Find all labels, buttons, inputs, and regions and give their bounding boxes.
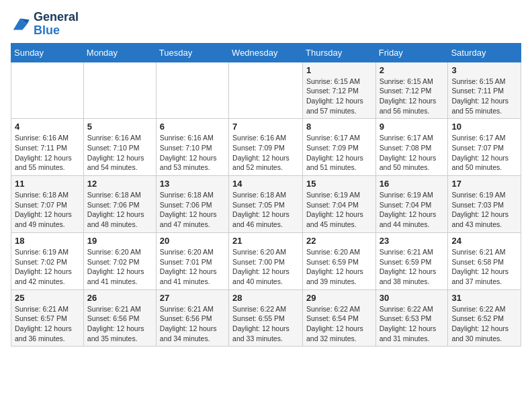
day-number: 6: [160, 122, 225, 132]
calendar-cell: 4Sunrise: 6:16 AM Sunset: 7:11 PM Daylig…: [11, 119, 84, 176]
day-info: Sunrise: 6:22 AM Sunset: 6:54 PM Dayligh…: [306, 304, 372, 344]
column-header-sunday: Sunday: [11, 43, 84, 62]
day-info: Sunrise: 6:18 AM Sunset: 7:07 PM Dayligh…: [15, 190, 80, 230]
column-header-friday: Friday: [375, 43, 448, 62]
day-number: 18: [15, 236, 80, 246]
day-info: Sunrise: 6:16 AM Sunset: 7:11 PM Dayligh…: [15, 133, 80, 173]
day-number: 20: [160, 236, 225, 246]
day-number: 7: [232, 122, 299, 132]
day-number: 13: [160, 179, 225, 189]
day-info: Sunrise: 6:21 AM Sunset: 6:59 PM Dayligh…: [380, 247, 445, 287]
calendar-table: SundayMondayTuesdayWednesdayThursdayFrid…: [11, 43, 521, 347]
day-info: Sunrise: 6:16 AM Sunset: 7:09 PM Dayligh…: [232, 133, 299, 173]
calendar-cell: 29Sunrise: 6:22 AM Sunset: 6:54 PM Dayli…: [303, 289, 376, 347]
calendar-cell: 3Sunrise: 6:15 AM Sunset: 7:11 PM Daylig…: [448, 62, 521, 119]
calendar-cell: 1Sunrise: 6:15 AM Sunset: 7:12 PM Daylig…: [303, 62, 376, 119]
day-info: Sunrise: 6:17 AM Sunset: 7:07 PM Dayligh…: [451, 133, 517, 173]
calendar-cell: 24Sunrise: 6:21 AM Sunset: 6:58 PM Dayli…: [448, 232, 521, 289]
calendar-cell: 19Sunrise: 6:20 AM Sunset: 7:02 PM Dayli…: [83, 232, 156, 289]
day-number: 19: [87, 236, 152, 246]
day-number: 2: [380, 65, 445, 75]
day-info: Sunrise: 6:22 AM Sunset: 6:52 PM Dayligh…: [451, 304, 517, 344]
calendar-cell: 16Sunrise: 6:19 AM Sunset: 7:04 PM Dayli…: [375, 176, 448, 233]
day-info: Sunrise: 6:21 AM Sunset: 6:56 PM Dayligh…: [87, 304, 152, 344]
calendar-cell: 25Sunrise: 6:21 AM Sunset: 6:57 PM Dayli…: [11, 289, 84, 347]
column-header-wednesday: Wednesday: [229, 43, 303, 62]
day-number: 25: [15, 293, 80, 303]
calendar-cell: 14Sunrise: 6:18 AM Sunset: 7:05 PM Dayli…: [229, 176, 303, 233]
day-info: Sunrise: 6:20 AM Sunset: 7:00 PM Dayligh…: [232, 247, 299, 287]
day-number: 4: [15, 122, 80, 132]
calendar-cell: 10Sunrise: 6:17 AM Sunset: 7:07 PM Dayli…: [448, 119, 521, 176]
day-number: 10: [451, 122, 517, 132]
day-info: Sunrise: 6:16 AM Sunset: 7:10 PM Dayligh…: [87, 133, 152, 173]
day-info: Sunrise: 6:18 AM Sunset: 7:05 PM Dayligh…: [232, 190, 299, 230]
calendar-cell: 30Sunrise: 6:22 AM Sunset: 6:53 PM Dayli…: [375, 289, 448, 347]
day-number: 29: [306, 293, 372, 303]
calendar-cell: 17Sunrise: 6:19 AM Sunset: 7:03 PM Dayli…: [448, 176, 521, 233]
day-info: Sunrise: 6:16 AM Sunset: 7:10 PM Dayligh…: [160, 133, 225, 173]
day-info: Sunrise: 6:15 AM Sunset: 7:11 PM Dayligh…: [451, 77, 517, 116]
day-number: 3: [451, 65, 517, 75]
week-row-5: 25Sunrise: 6:21 AM Sunset: 6:57 PM Dayli…: [11, 289, 521, 347]
calendar-cell: 9Sunrise: 6:17 AM Sunset: 7:08 PM Daylig…: [375, 119, 448, 176]
calendar-cell: 22Sunrise: 6:20 AM Sunset: 6:59 PM Dayli…: [303, 232, 376, 289]
week-row-3: 11Sunrise: 6:18 AM Sunset: 7:07 PM Dayli…: [11, 176, 521, 233]
day-info: Sunrise: 6:20 AM Sunset: 6:59 PM Dayligh…: [306, 247, 372, 287]
day-info: Sunrise: 6:19 AM Sunset: 7:03 PM Dayligh…: [451, 190, 517, 230]
calendar-cell: 21Sunrise: 6:20 AM Sunset: 7:00 PM Dayli…: [229, 232, 303, 289]
day-number: 12: [87, 179, 152, 189]
logo-icon: [11, 16, 30, 32]
calendar-cell: 12Sunrise: 6:18 AM Sunset: 7:06 PM Dayli…: [83, 176, 156, 233]
day-info: Sunrise: 6:21 AM Sunset: 6:56 PM Dayligh…: [160, 304, 225, 344]
day-number: 9: [380, 122, 445, 132]
day-info: Sunrise: 6:22 AM Sunset: 6:55 PM Dayligh…: [232, 304, 299, 344]
calendar-cell: 23Sunrise: 6:21 AM Sunset: 6:59 PM Dayli…: [375, 232, 448, 289]
day-number: 15: [306, 179, 372, 189]
calendar-cell: 28Sunrise: 6:22 AM Sunset: 6:55 PM Dayli…: [229, 289, 303, 347]
column-header-monday: Monday: [83, 43, 156, 62]
day-info: Sunrise: 6:20 AM Sunset: 7:01 PM Dayligh…: [160, 247, 225, 287]
day-number: 21: [232, 236, 299, 246]
calendar-cell: 7Sunrise: 6:16 AM Sunset: 7:09 PM Daylig…: [229, 119, 303, 176]
week-row-2: 4Sunrise: 6:16 AM Sunset: 7:11 PM Daylig…: [11, 119, 521, 176]
column-header-thursday: Thursday: [303, 43, 376, 62]
day-info: Sunrise: 6:22 AM Sunset: 6:53 PM Dayligh…: [380, 304, 445, 344]
logo: General Blue: [11, 11, 79, 38]
calendar-cell: 13Sunrise: 6:18 AM Sunset: 7:06 PM Dayli…: [156, 176, 228, 233]
logo-text: General Blue: [34, 11, 79, 38]
calendar-cell: 2Sunrise: 6:15 AM Sunset: 7:12 PM Daylig…: [375, 62, 448, 119]
day-info: Sunrise: 6:17 AM Sunset: 7:08 PM Dayligh…: [380, 133, 445, 173]
calendar-cell: [11, 62, 84, 119]
day-info: Sunrise: 6:18 AM Sunset: 7:06 PM Dayligh…: [160, 190, 225, 230]
calendar-cell: 31Sunrise: 6:22 AM Sunset: 6:52 PM Dayli…: [448, 289, 521, 347]
calendar-cell: 11Sunrise: 6:18 AM Sunset: 7:07 PM Dayli…: [11, 176, 84, 233]
day-info: Sunrise: 6:15 AM Sunset: 7:12 PM Dayligh…: [306, 77, 372, 116]
day-info: Sunrise: 6:19 AM Sunset: 7:04 PM Dayligh…: [380, 190, 445, 230]
day-number: 22: [306, 236, 372, 246]
day-info: Sunrise: 6:19 AM Sunset: 7:04 PM Dayligh…: [306, 190, 372, 230]
day-info: Sunrise: 6:21 AM Sunset: 6:58 PM Dayligh…: [451, 247, 517, 287]
page-header: General Blue: [11, 11, 521, 38]
calendar-cell: 18Sunrise: 6:19 AM Sunset: 7:02 PM Dayli…: [11, 232, 84, 289]
calendar-cell: 15Sunrise: 6:19 AM Sunset: 7:04 PM Dayli…: [303, 176, 376, 233]
calendar-cell: 8Sunrise: 6:17 AM Sunset: 7:09 PM Daylig…: [303, 119, 376, 176]
calendar-cell: 20Sunrise: 6:20 AM Sunset: 7:01 PM Dayli…: [156, 232, 228, 289]
calendar-cell: [229, 62, 303, 119]
day-info: Sunrise: 6:20 AM Sunset: 7:02 PM Dayligh…: [87, 247, 152, 287]
day-number: 28: [232, 293, 299, 303]
day-info: Sunrise: 6:19 AM Sunset: 7:02 PM Dayligh…: [15, 247, 80, 287]
day-number: 30: [380, 293, 445, 303]
day-info: Sunrise: 6:15 AM Sunset: 7:12 PM Dayligh…: [380, 77, 445, 116]
day-info: Sunrise: 6:21 AM Sunset: 6:57 PM Dayligh…: [15, 304, 80, 344]
day-number: 16: [380, 179, 445, 189]
column-header-saturday: Saturday: [448, 43, 521, 62]
day-number: 23: [380, 236, 445, 246]
week-row-1: 1Sunrise: 6:15 AM Sunset: 7:12 PM Daylig…: [11, 62, 521, 119]
day-number: 26: [87, 293, 152, 303]
week-row-4: 18Sunrise: 6:19 AM Sunset: 7:02 PM Dayli…: [11, 232, 521, 289]
day-number: 14: [232, 179, 299, 189]
day-number: 17: [451, 179, 517, 189]
day-number: 8: [306, 122, 372, 132]
day-number: 31: [451, 293, 517, 303]
